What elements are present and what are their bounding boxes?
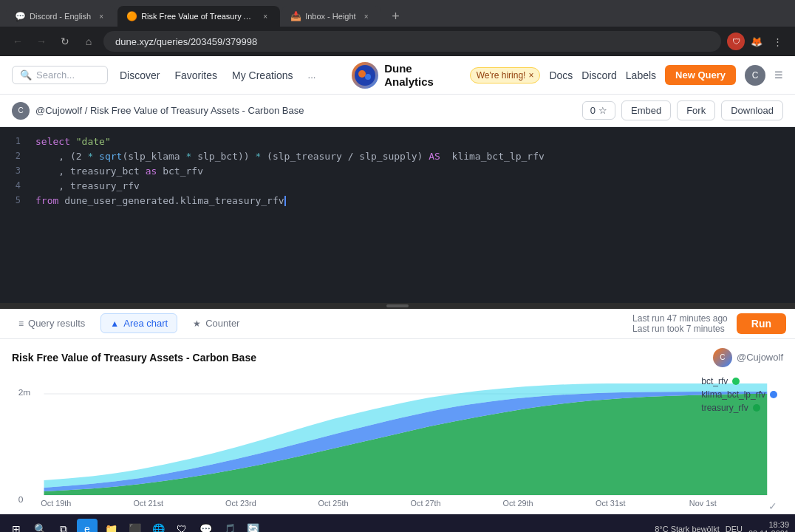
chart-svg-area: 2m 0 Oct 19th Oct 21st Oct 23rd Oct 25th… — [12, 373, 783, 514]
ext-metamask-icon[interactable]: 🦊 — [748, 33, 765, 50]
chart-legend: bct_rfv klima_bct_lp_rfv treasury_rfv — [701, 376, 777, 413]
tab-area-chart[interactable]: ▲ Area chart — [100, 313, 177, 333]
embed-button[interactable]: Embed — [621, 100, 671, 120]
nav-my-creations[interactable]: My Creations — [232, 69, 293, 81]
taskbar-time-value: 18:39 — [748, 520, 789, 529]
discord-favicon: 💬 — [15, 11, 25, 21]
discord-tab-close[interactable]: × — [95, 10, 107, 22]
taskbar-right: 8°C Stark bewölkt DEU 18:39 02.11.2021 — [655, 520, 789, 532]
taskbar-app2[interactable]: 🔄 — [242, 519, 263, 532]
legend-klima-bct: klima_bct_lp_rfv — [701, 389, 777, 400]
home-button[interactable]: ⌂ — [80, 33, 98, 50]
new-tab-button[interactable]: + — [386, 6, 406, 27]
svg-text:Oct 25th: Oct 25th — [318, 499, 348, 508]
results-tabs-bar: ≡ Query results ▲ Area chart ★ Counter L… — [0, 309, 795, 339]
nav-discord[interactable]: Discord — [581, 69, 616, 81]
discord-tab-title: Discord - English — [30, 12, 91, 21]
hiring-label: We're hiring! — [477, 70, 526, 81]
chart-title: Risk Free Value of Treasury Assets - Car… — [12, 352, 256, 364]
legend-treasury-rfv-dot — [753, 404, 760, 412]
legend-klima-bct-dot — [770, 391, 777, 398]
ext-shield-icon[interactable]: 🛡 — [727, 33, 745, 50]
inbox-tab-title: Inbox - Height — [305, 12, 355, 21]
brand-logo-svg — [355, 65, 375, 86]
tab-dune[interactable]: 🟠 Risk Free Value of Treasury Asset... × — [117, 6, 280, 27]
chart-author-avatar: C — [713, 348, 732, 367]
new-query-button[interactable]: New Query — [665, 65, 736, 85]
chart-container: Risk Free Value of Treasury Assets - Car… — [0, 339, 795, 515]
top-nav: 🔍 Search... Discover Favorites My Creati… — [0, 56, 795, 95]
counter-icon: ★ — [193, 318, 201, 329]
legend-klima-bct-label: klima_bct_lp_rfv — [701, 389, 765, 400]
chart-author-name: @Cujowolf — [737, 352, 783, 363]
user-avatar[interactable]: C — [745, 65, 765, 86]
query-results-icon: ≡ — [18, 318, 24, 329]
nav-links: Discover Favorites My Creations ... — [120, 69, 315, 81]
query-actions: 0 ☆ Embed Fork Download — [582, 100, 783, 120]
dune-tab-close[interactable]: × — [259, 10, 271, 22]
brand: DuneAnalytics — [352, 62, 434, 89]
svg-text:Oct 19th: Oct 19th — [41, 499, 71, 508]
hiring-close-icon[interactable]: × — [528, 70, 533, 81]
counter-label: Counter — [205, 318, 239, 329]
taskbar-app1[interactable]: 🛡 — [171, 519, 192, 532]
query-header: C @Cujowolf / Risk Free Value of Treasur… — [0, 95, 795, 127]
area-chart-label: Area chart — [123, 318, 168, 329]
query-results-label: Query results — [28, 318, 85, 329]
search-placeholder: Search... — [36, 69, 75, 81]
dune-tab-title: Risk Free Value of Treasury Asset... — [141, 12, 255, 21]
back-button[interactable]: ← — [9, 33, 27, 50]
app-container: 🔍 Search... Discover Favorites My Creati… — [0, 56, 795, 514]
star-button[interactable]: 0 ☆ — [582, 101, 615, 120]
taskbar-start[interactable]: ⊞ — [6, 519, 27, 532]
search-icon: 🔍 — [20, 69, 32, 81]
forward-button[interactable]: → — [33, 33, 50, 50]
code-editor[interactable]: 1 select "date" 2 , (2 * sqrt(slp_klama … — [0, 127, 795, 303]
resize-handle[interactable] — [0, 303, 795, 309]
svg-text:Oct 27th: Oct 27th — [411, 499, 441, 508]
tab-discord[interactable]: 💬 Discord - English × — [6, 6, 116, 27]
taskbar-spotify[interactable]: 🎵 — [219, 519, 239, 532]
svg-text:Oct 31st: Oct 31st — [596, 499, 626, 508]
legend-bct-rfv-dot — [732, 378, 740, 385]
run-button[interactable]: Run — [737, 313, 786, 334]
code-line-5: 5 from dune_user_generated.klima_treasur… — [0, 195, 795, 210]
taskbar-edge[interactable]: e — [77, 519, 98, 532]
nav-favorites[interactable]: Favorites — [174, 69, 217, 81]
svg-text:Oct 21st: Oct 21st — [134, 499, 164, 508]
legend-bct-rfv-label: bct_rfv — [701, 376, 728, 386]
chart-header: Risk Free Value of Treasury Assets - Car… — [12, 348, 783, 367]
taskbar-terminal[interactable]: ⬛ — [124, 519, 145, 532]
taskbar-discord[interactable]: 💬 — [195, 519, 216, 532]
svg-text:Oct 29th: Oct 29th — [503, 499, 533, 508]
inbox-tab-close[interactable]: × — [361, 10, 372, 22]
nav-more[interactable]: ... — [308, 69, 316, 81]
tab-inbox[interactable]: 📥 Inbox - Height × — [282, 6, 381, 27]
results-run-info: Last run 47 minutes ago Last run took 7 … — [632, 313, 786, 334]
taskbar-chrome[interactable]: 🌐 — [148, 519, 168, 532]
svg-text:2m: 2m — [18, 388, 31, 396]
taskbar-search[interactable]: 🔍 — [30, 519, 50, 532]
nav-docs[interactable]: Docs — [549, 69, 573, 81]
ext-dots-icon[interactable]: ⋮ — [768, 33, 786, 50]
address-input[interactable] — [103, 31, 721, 52]
hiring-badge[interactable]: We're hiring! × — [470, 67, 541, 83]
svg-text:Oct 23rd: Oct 23rd — [225, 499, 256, 508]
code-line-2: 2 , (2 * sqrt(slp_klama * slp_bct)) * (s… — [0, 151, 795, 166]
last-run-label: Last run 47 minutes ago — [632, 313, 728, 324]
taskbar-explorer[interactable]: 📁 — [100, 519, 121, 532]
reload-button[interactable]: ↻ — [56, 33, 74, 50]
menu-icon[interactable]: ☰ — [774, 69, 783, 81]
results-tabs-left: ≡ Query results ▲ Area chart ★ Counter — [9, 313, 249, 333]
taskbar: ⊞ 🔍 ⧉ e 📁 ⬛ 🌐 🛡 💬 🎵 🔄 8°C Stark bewölkt … — [0, 514, 795, 532]
tab-query-results[interactable]: ≡ Query results — [9, 313, 95, 333]
nav-labels[interactable]: Labels — [626, 69, 656, 81]
brand-logo — [352, 62, 378, 89]
download-button[interactable]: Download — [721, 100, 783, 120]
fork-button[interactable]: Fork — [677, 100, 715, 120]
tab-counter[interactable]: ★ Counter — [183, 313, 249, 333]
area-chart-svg: 2m 0 Oct 19th Oct 21st Oct 23rd Oct 25th… — [12, 373, 783, 510]
search-box[interactable]: 🔍 Search... — [12, 66, 108, 84]
taskbar-task-view[interactable]: ⧉ — [53, 519, 74, 532]
nav-discover[interactable]: Discover — [120, 69, 160, 81]
